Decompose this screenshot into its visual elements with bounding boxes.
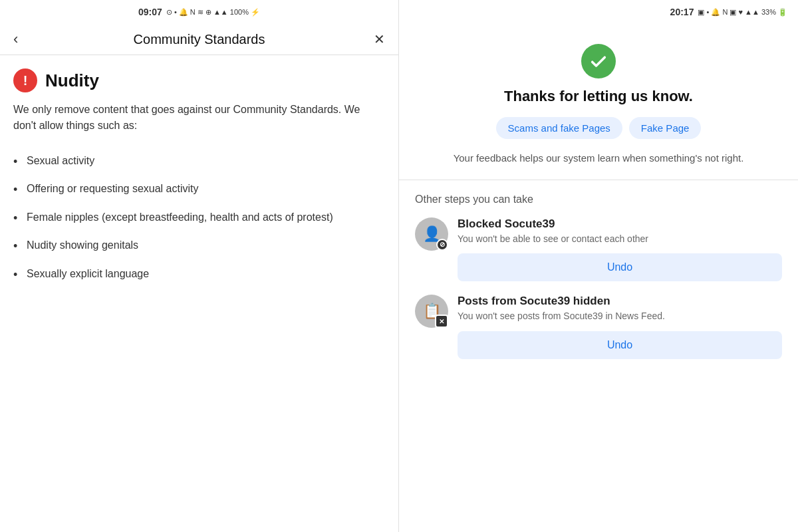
- undo-button-hidden[interactable]: Undo: [458, 331, 782, 359]
- hidden-badge: ✕: [435, 315, 448, 328]
- action-item-block: 👤 ⊘ Blocked Socute39 You won't be able t…: [415, 217, 782, 282]
- avatar-block: 👤 ⊘: [415, 217, 448, 251]
- nav-bar: ‹ Community Standards ✕: [0, 24, 398, 55]
- feedback-section: Thanks for letting us know. Scams and fa…: [399, 24, 798, 180]
- left-panel: 09:07 ⊙ • 🔔 N ≋ ⊕ ▲▲ 100% ⚡ ‹ Community …: [0, 0, 399, 532]
- nudity-header: ! Nudity: [13, 68, 385, 92]
- tag-fake-page: Fake Page: [629, 117, 702, 139]
- status-time-right: 20:17: [670, 7, 694, 17]
- status-icons-left: ⊙ • 🔔 N ≋ ⊕ ▲▲ 100% ⚡: [166, 8, 260, 17]
- feedback-subtitle: Your feedback helps our system learn whe…: [454, 151, 744, 166]
- list-item: Nudity showing genitals: [13, 231, 385, 259]
- action-content-hidden: Posts from Socute39 hidden You won't see…: [458, 295, 782, 359]
- content-area: ! Nudity We only remove content that goe…: [0, 55, 398, 532]
- tag-scams: Scams and fake Pages: [496, 117, 622, 139]
- block-badge: ⊘: [436, 239, 448, 251]
- warning-icon: !: [13, 68, 37, 92]
- action-desc-hidden: You won't see posts from Socute39 in New…: [458, 310, 782, 323]
- other-steps-title: Other steps you can take: [415, 194, 782, 205]
- undo-button-block[interactable]: Undo: [458, 253, 782, 281]
- check-circle: [581, 44, 616, 78]
- list-item: Sexually explicit language: [13, 260, 385, 288]
- other-steps-section: Other steps you can take 👤 ⊘ Blocked Soc…: [399, 180, 798, 533]
- action-item-hidden: 📋 ✕ Posts from Socute39 hidden You won't…: [415, 295, 782, 359]
- thanks-title: Thanks for letting us know.: [504, 88, 693, 105]
- status-time-left: 09:07: [138, 7, 162, 17]
- status-icons-right: ▣ • 🔔 N ▣ ♥ ▲▲ 33% 🔋: [698, 8, 787, 17]
- close-button[interactable]: ✕: [364, 31, 385, 47]
- action-title-hidden: Posts from Socute39 hidden: [458, 295, 782, 308]
- nudity-title: Nudity: [45, 70, 99, 91]
- avatar-hidden: 📋 ✕: [415, 295, 448, 328]
- right-panel: 20:17 ▣ • 🔔 N ▣ ♥ ▲▲ 33% 🔋 Thanks for le…: [399, 0, 798, 532]
- action-title-block: Blocked Socute39: [458, 217, 782, 231]
- status-bar-left: 09:07 ⊙ • 🔔 N ≋ ⊕ ▲▲ 100% ⚡: [0, 0, 398, 24]
- status-bar-right: 20:17 ▣ • 🔔 N ▣ ♥ ▲▲ 33% 🔋: [399, 0, 798, 24]
- check-icon: [589, 52, 608, 70]
- tags-row: Scams and fake Pages Fake Page: [496, 117, 702, 139]
- action-content-block: Blocked Socute39 You won't be able to se…: [458, 217, 782, 282]
- list-item: Sexual activity: [13, 147, 385, 175]
- list-item: Offering or requesting sexual activity: [13, 175, 385, 203]
- back-button[interactable]: ‹: [13, 31, 35, 48]
- action-desc-block: You won't be able to see or contact each…: [458, 233, 782, 246]
- nudity-description: We only remove content that goes against…: [13, 102, 385, 134]
- bullet-list: Sexual activity Offering or requesting s…: [13, 147, 385, 288]
- page-title: Community Standards: [35, 32, 364, 47]
- list-item: Female nipples (except breastfeeding, he…: [13, 203, 385, 231]
